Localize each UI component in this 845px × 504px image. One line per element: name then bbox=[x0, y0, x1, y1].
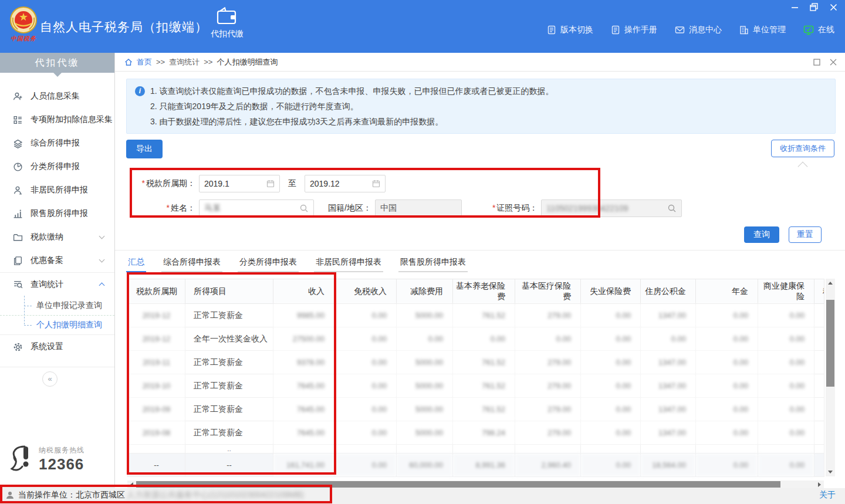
vertical-scrollbar[interactable] bbox=[826, 279, 835, 476]
layers-icon bbox=[13, 138, 23, 148]
menu-operation-manual[interactable]: 操作手册 bbox=[611, 25, 657, 35]
period-to-input[interactable]: 2019.12 bbox=[305, 175, 386, 192]
period-from-value: 2019.1 bbox=[204, 179, 266, 188]
about-link[interactable]: 关于 bbox=[819, 490, 836, 500]
cell-amount: 279.00 bbox=[515, 304, 581, 327]
sidebar-item-classified-income[interactable]: 分类所得申报 bbox=[0, 155, 114, 178]
notice-box: i 1. 该查询统计表仅能查询已申报成功的数据，不包含未申报、申报失败，已申报但… bbox=[126, 79, 836, 134]
app-title: 自然人电子税务局（扣缴端） bbox=[40, 19, 208, 35]
sidebar-item-query-statistics[interactable]: 查询统计 bbox=[0, 272, 114, 296]
table-row[interactable]: 2019-10正常工资薪金7645.000.005000.00761.52279… bbox=[128, 374, 824, 398]
content-area: i 1. 该查询统计表仅能查询已申报成功的数据，不包含未申报、申报失败，已申报但… bbox=[115, 72, 845, 488]
maximize-tab-icon[interactable] bbox=[813, 59, 820, 66]
cell-ellipsis: .. bbox=[185, 445, 273, 454]
id-number-input[interactable]: 110502199930422109 bbox=[541, 199, 682, 217]
tab-summary[interactable]: 汇总 bbox=[126, 256, 146, 272]
menu-online-status[interactable]: 在线 bbox=[803, 25, 834, 35]
close-button[interactable] bbox=[829, 2, 838, 12]
hotline-caption: 纳税服务热线 bbox=[39, 445, 84, 455]
tab-nonresident-income[interactable]: 非居民所得申报表 bbox=[314, 256, 383, 272]
horizontal-scrollbar[interactable] bbox=[127, 481, 824, 488]
menu-unit-management[interactable]: 单位管理 bbox=[739, 25, 786, 35]
sidebar-header: 代扣代缴 bbox=[0, 53, 114, 73]
query-form: *税款所属期： 2019.1 至 2019.1 bbox=[126, 175, 845, 217]
table-total-row: ----161,741.000.0060,000.008,991.362,960… bbox=[128, 454, 824, 477]
current-unit-redacted: 人力资源公共服务中心(12110102300422109MB) bbox=[127, 490, 304, 500]
sidebar-subitem-label: 单位申报记录查询 bbox=[36, 300, 102, 311]
cell-amount: 0.00 bbox=[581, 351, 641, 374]
close-tab-icon[interactable] bbox=[830, 59, 837, 66]
table-row[interactable]: 2019-11正常工资薪金9378.000.005000.00761.52279… bbox=[128, 351, 824, 374]
cell-cutoff bbox=[814, 304, 824, 327]
breadcrumb-home[interactable]: 首页 bbox=[137, 57, 152, 67]
sidebar-item-preferential-filing[interactable]: 优惠备案 bbox=[0, 249, 114, 272]
tab-restricted-shares[interactable]: 限售股所得申报表 bbox=[398, 256, 468, 272]
search-icon bbox=[667, 204, 677, 213]
sidebar-subitem-unit-declaration-query[interactable]: 单位申报记录查询 bbox=[0, 296, 114, 315]
cell-period: 2019-09 bbox=[128, 398, 185, 421]
sidebar-subitem-personal-withholding-query[interactable]: 个人扣缴明细查询 bbox=[0, 315, 114, 334]
nationality-input[interactable]: 中国 bbox=[375, 199, 462, 217]
restore-button[interactable] bbox=[809, 2, 819, 12]
vertical-scroll-thumb[interactable] bbox=[826, 300, 834, 387]
cell-amount: 0.00 bbox=[581, 421, 641, 445]
collapse-query-button[interactable]: 收折查询条件 bbox=[771, 140, 834, 157]
notice-line-3: 3. 由于数据处理的滞后性，建议您在申报成功3天之后再来查询最新的申报数据。 bbox=[150, 114, 827, 129]
col-header-health-insurance: 商业健康保险 bbox=[758, 279, 814, 304]
module-tab-daikou-daijiao[interactable]: 代扣代缴 bbox=[204, 7, 250, 39]
scroll-right-arrow-icon[interactable] bbox=[816, 481, 824, 488]
document-icon bbox=[611, 25, 620, 35]
sidebar-item-system-settings[interactable]: 系统设置 bbox=[0, 335, 114, 358]
horizontal-scroll-thumb[interactable] bbox=[136, 481, 780, 488]
scroll-up-arrow-icon[interactable] bbox=[826, 279, 835, 287]
export-button[interactable]: 导出 bbox=[126, 140, 163, 158]
sidebar-item-tax-payment[interactable]: 税款缴纳 bbox=[0, 225, 114, 249]
sidebar-item-comprehensive-income[interactable]: 综合所得申报 bbox=[0, 131, 114, 155]
cell-amount: 5000.00 bbox=[397, 351, 453, 374]
sidebar-item-special-deduction[interactable]: 专项附加扣除信息采集 bbox=[0, 108, 114, 131]
table-row[interactable]: 2019-12正常工资薪金9985.000.005000.00761.52279… bbox=[128, 304, 824, 327]
sidebar-header-caret bbox=[53, 73, 62, 81]
hotline-number: 12366 bbox=[39, 455, 84, 473]
chevron-down-icon bbox=[99, 257, 105, 263]
cell-amount: 1347.00 bbox=[641, 351, 696, 374]
table-row[interactable]: 2019-12全年一次性奖金收入27500.000.000.000.000.00… bbox=[128, 327, 824, 351]
cell-amount: 0.00 bbox=[334, 374, 397, 398]
sidebar-item-restricted-shares[interactable]: 限售股所得申报 bbox=[0, 202, 114, 225]
minimize-button[interactable] bbox=[790, 2, 799, 12]
hotline-logo-icon bbox=[7, 444, 34, 475]
sidebar-item-label: 专项附加扣除信息采集 bbox=[31, 114, 113, 125]
toolbar: 导出 收折查询条件 bbox=[126, 140, 834, 165]
cell-cutoff bbox=[814, 374, 824, 398]
name-input[interactable]: 马某 bbox=[199, 199, 314, 217]
scroll-left-arrow-icon[interactable] bbox=[127, 481, 136, 488]
sidebar-item-personnel-info[interactable]: 人员信息采集 bbox=[0, 84, 114, 108]
scroll-down-arrow-icon[interactable] bbox=[826, 468, 835, 476]
period-from-input[interactable]: 2019.1 bbox=[199, 175, 280, 192]
tab-comprehensive-income[interactable]: 综合所得申报表 bbox=[161, 256, 222, 272]
sidebar-item-label: 分类所得申报 bbox=[31, 161, 80, 172]
org-icon bbox=[739, 25, 749, 35]
cell-cutoff bbox=[814, 421, 824, 445]
menu-message-center[interactable]: 消息中心 bbox=[675, 25, 722, 35]
reset-button[interactable]: 重置 bbox=[789, 226, 822, 243]
sidebar-item-nonresident-income[interactable]: 非居民所得申报 bbox=[0, 178, 114, 202]
cell-amount-total: 161,741.00 bbox=[273, 454, 334, 477]
gear-icon bbox=[13, 342, 23, 352]
table-row[interactable]: 2019-08正常工资薪金7645.000.005000.00798.24279… bbox=[128, 421, 824, 445]
mail-icon bbox=[675, 25, 685, 35]
cell-amount-total: 0.00 bbox=[758, 454, 814, 477]
cell-amount: 761.52 bbox=[453, 374, 515, 398]
table-header-row: 税款所属期 所得项目 收入 免税收入 减除费用 基本养老保险费 基本医疗保险费 … bbox=[128, 279, 824, 304]
window-controls bbox=[790, 2, 838, 12]
cell-income-item: 正常工资薪金 bbox=[185, 398, 273, 421]
sidebar-collapse-button[interactable]: « bbox=[42, 371, 58, 387]
table-row[interactable]: 2019-09正常工资薪金7645.000.005000.00761.52279… bbox=[128, 398, 824, 421]
cell-amount: 0.00 bbox=[581, 304, 641, 327]
menu-version-switch[interactable]: 版本切换 bbox=[547, 25, 593, 35]
query-button[interactable]: 查询 bbox=[744, 226, 779, 243]
menu-item-label: 在线 bbox=[818, 25, 834, 35]
tax-bureau-logo: 中国税务 bbox=[6, 6, 41, 43]
cell-amount: 0.00 bbox=[334, 327, 397, 351]
tab-classified-income[interactable]: 分类所得申报表 bbox=[238, 256, 299, 272]
